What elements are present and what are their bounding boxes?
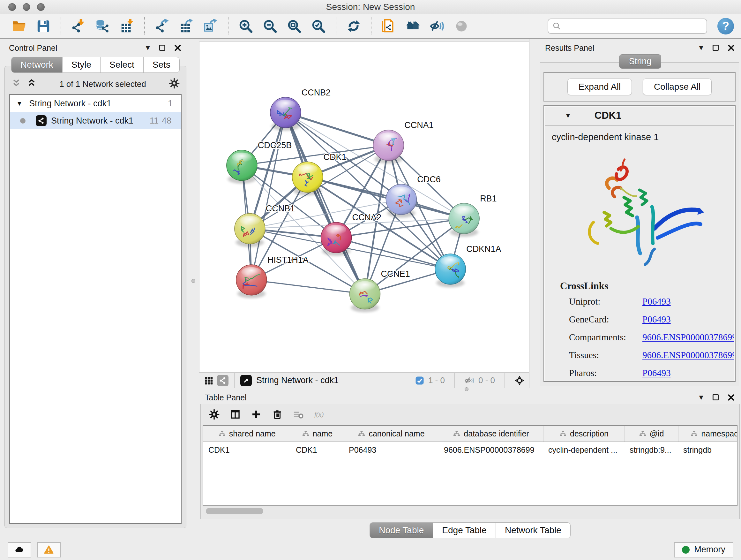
zoom-in-button[interactable] [237,17,255,35]
crosslink-link[interactable]: P06493 [643,314,735,325]
create-column-plus-icon[interactable] [250,408,263,421]
table-cell[interactable]: stringdb:9... [624,442,678,458]
table-panel-close-icon[interactable] [727,393,735,401]
zoom-selected-button[interactable] [310,17,327,35]
refresh-button[interactable] [345,17,362,35]
network-node-HIST1H1A[interactable] [236,265,267,298]
control-panel-collapse-icon[interactable]: ▼ [144,44,151,52]
cloud-status-button[interactable] [8,542,31,557]
import-table-button[interactable] [118,17,136,35]
warnings-button[interactable] [37,542,61,557]
tab-string[interactable]: String [619,54,662,69]
crosslink-link[interactable]: P06493 [643,296,735,307]
tab-network[interactable]: Network [11,57,63,73]
fit-selected-crosshair-icon[interactable] [515,375,525,386]
table-panel-float-icon[interactable] [712,393,720,401]
tab-sets[interactable]: Sets [144,57,180,73]
network-node-CCNA1[interactable] [373,130,404,164]
horizontal-splitter[interactable] [199,388,741,391]
column-header--id[interactable]: @id [624,426,678,442]
column-header-description[interactable]: description [543,426,624,442]
tab-edge-table[interactable]: Edge Table [433,522,496,538]
memory-button[interactable]: Memory [674,542,733,557]
network-edge-CCNB2-CCNE1[interactable] [286,112,365,294]
network-node-CDC25B[interactable] [226,150,257,184]
scrollbar-thumb[interactable] [206,508,263,514]
node-result-header[interactable]: ▼ CDK1 [544,106,735,126]
tab-style[interactable]: Style [63,57,100,73]
splitter-handle[interactable] [465,387,468,391]
export-network-button[interactable] [153,17,171,35]
crosslink-link[interactable]: P06493 [643,368,735,378]
hide-graphics-details-button[interactable] [428,17,446,35]
left-splitter[interactable] [188,39,199,539]
zoom-fit-button[interactable] [285,17,303,35]
table-cell[interactable]: cyclin-dependent ... [543,442,624,458]
open-file-button[interactable] [10,17,28,35]
network-overview-icon[interactable] [217,375,228,386]
results-panel-close-icon[interactable] [727,44,735,52]
grid-view-icon[interactable] [204,375,214,386]
tree-expand-icon[interactable]: ▼ [10,100,29,107]
search-input[interactable] [564,21,703,31]
table-options-gear-icon[interactable] [208,408,220,421]
zoom-out-button[interactable] [261,17,279,35]
control-panel-float-icon[interactable] [158,44,166,52]
column-header-name[interactable]: name [291,426,344,442]
network-row[interactable]: String Network - cdk1 11 48 [10,112,181,129]
network-node-CCNB1[interactable] [234,213,265,247]
network-edge-HIST1H1A-CCNE1[interactable] [252,280,365,294]
network-node-CCNE1[interactable] [350,279,381,312]
crosslink-link[interactable]: 9606.ENSP00000378699 [643,350,735,361]
tab-select[interactable]: Select [100,57,144,73]
entry-collapse-icon[interactable]: ▼ [564,111,571,120]
expand-all-networks-icon[interactable] [26,78,37,90]
table-cell[interactable]: CDK1 [203,442,291,458]
column-header-database-identifier[interactable]: database identifier [439,426,543,442]
column-header-canonical-name[interactable]: canonical name [344,426,439,442]
table-cell[interactable]: stringdb [678,442,738,458]
network-canvas[interactable]: CCNB2 CCNA1 CDC25B CDK1 CDC6 RB1 CCNB1 [199,42,529,373]
import-network-database-button[interactable] [94,17,112,35]
expand-all-button[interactable]: Expand All [567,78,632,95]
selected-checkbox-icon[interactable] [415,376,424,385]
export-table-button[interactable] [178,17,195,35]
save-session-button[interactable] [35,17,52,35]
birds-eye-view-button[interactable] [453,17,470,35]
network-node-CCNB2[interactable] [270,97,301,131]
results-panel-float-icon[interactable] [712,44,720,52]
collapse-all-button[interactable]: Collapse All [643,78,712,95]
import-network-file-button[interactable] [70,17,87,35]
tab-network-table[interactable]: Network Table [496,522,570,538]
results-panel-collapse-icon[interactable]: ▼ [697,44,704,52]
tab-node-table[interactable]: Node Table [369,522,433,538]
network-node-CDC6[interactable] [386,184,416,218]
network-node-CDK1[interactable] [292,162,323,195]
crosslink-link[interactable]: 9606.ENSP00000378699 [643,332,735,343]
network-node-CDKN1A[interactable] [435,254,466,287]
function-builder-icon[interactable]: f(x) [313,408,326,421]
table-cell[interactable]: 9606.ENSP00000378699 [439,442,543,458]
table-horizontal-scrollbar[interactable] [204,507,736,516]
hidden-items-eye-icon[interactable] [464,375,475,386]
control-panel-close-icon[interactable] [174,44,182,52]
delete-column-trash-icon[interactable] [271,408,284,421]
help-button[interactable]: ? [718,18,734,35]
delete-table-icon[interactable] [292,408,305,421]
network-document-button[interactable] [380,17,398,35]
column-header-shared-name[interactable]: shared name [203,426,291,442]
right-splitter[interactable] [529,39,539,388]
collapse-all-networks-icon[interactable] [11,78,21,90]
table-panel-collapse-icon[interactable]: ▼ [697,393,704,401]
network-node-CCNA2[interactable] [321,222,352,256]
open-in-window-icon[interactable] [240,375,252,386]
network-node-RB1[interactable] [449,203,479,237]
column-header-namespace[interactable]: namespace [678,426,738,442]
table-row[interactable]: CDK1CDK1P064939606.ENSP00000378699cyclin… [203,442,738,458]
network-edge-CCNB2-CCNA1[interactable] [286,112,389,145]
table-cell[interactable]: CDK1 [291,442,344,458]
splitter-handle[interactable] [192,279,195,283]
table-cell[interactable]: P06493 [344,442,439,458]
show-columns-icon[interactable] [229,408,242,421]
network-collection-row[interactable]: ▼ String Network - cdk1 1 [10,95,181,112]
